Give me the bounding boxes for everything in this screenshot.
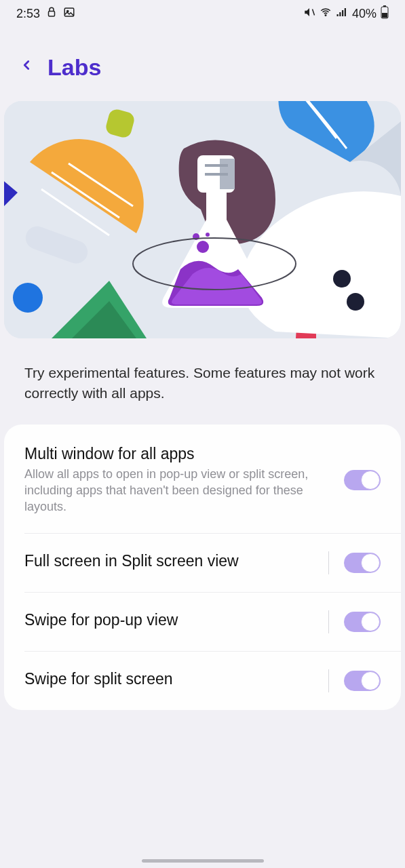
- battery-icon: [381, 5, 389, 22]
- battery-pct-text: 40%: [352, 7, 377, 21]
- svg-point-17: [347, 293, 364, 311]
- svg-point-15: [13, 283, 43, 313]
- setting-title: Swipe for pop-up view: [24, 611, 315, 629]
- svg-rect-0: [49, 11, 55, 16]
- setting-text: Full screen in Split screen view: [24, 552, 328, 573]
- status-bar: 2:53 40%: [0, 0, 405, 27]
- setting-title: Full screen in Split screen view: [24, 552, 315, 570]
- back-button[interactable]: [19, 56, 34, 79]
- status-left: 2:53: [16, 6, 75, 22]
- settings-card: Multi window for all apps Allow all apps…: [4, 425, 401, 710]
- setting-desc: Allow all apps to open in pop-up view or…: [24, 466, 330, 515]
- page-title: Labs: [47, 54, 101, 81]
- svg-rect-6: [339, 12, 341, 16]
- divider: [328, 669, 329, 692]
- setting-multi-window[interactable]: Multi window for all apps Allow all apps…: [4, 425, 401, 533]
- svg-point-16: [333, 270, 351, 288]
- svg-rect-11: [382, 13, 387, 18]
- lock-icon: [45, 6, 58, 22]
- svg-line-3: [312, 9, 314, 15]
- setting-swipe-popup[interactable]: Swipe for pop-up view: [24, 592, 401, 651]
- page-header: Labs: [0, 27, 405, 101]
- setting-swipe-split[interactable]: Swipe for split screen: [24, 651, 401, 710]
- status-right: 40%: [303, 5, 389, 22]
- clock-text: 2:53: [16, 7, 40, 21]
- svg-rect-5: [336, 14, 338, 16]
- setting-full-screen-split[interactable]: Full screen in Split screen view: [24, 533, 401, 592]
- setting-text: Multi window for all apps Allow all apps…: [24, 445, 344, 515]
- signal-icon: [336, 6, 348, 22]
- hero-illustration: [4, 101, 401, 338]
- intro-text: Try experimental features. Some features…: [0, 338, 405, 425]
- setting-title: Multi window for all apps: [24, 445, 330, 463]
- toggle-multi-window[interactable]: [344, 470, 381, 490]
- toggle-full-screen-split[interactable]: [344, 553, 381, 573]
- mute-icon: [303, 6, 315, 22]
- setting-title: Swipe for split screen: [24, 670, 315, 688]
- toggle-swipe-popup[interactable]: [344, 612, 381, 632]
- svg-rect-7: [342, 10, 343, 16]
- divider: [328, 551, 329, 574]
- toggle-swipe-split[interactable]: [344, 671, 381, 691]
- setting-text: Swipe for split screen: [24, 670, 328, 691]
- setting-text: Swipe for pop-up view: [24, 611, 328, 632]
- svg-point-4: [325, 14, 326, 16]
- svg-rect-8: [345, 8, 346, 16]
- wifi-icon: [320, 6, 332, 22]
- nav-handle[interactable]: [142, 859, 264, 863]
- divider: [328, 610, 329, 633]
- labs-illustration-svg: [4, 101, 401, 338]
- image-icon: [63, 6, 75, 22]
